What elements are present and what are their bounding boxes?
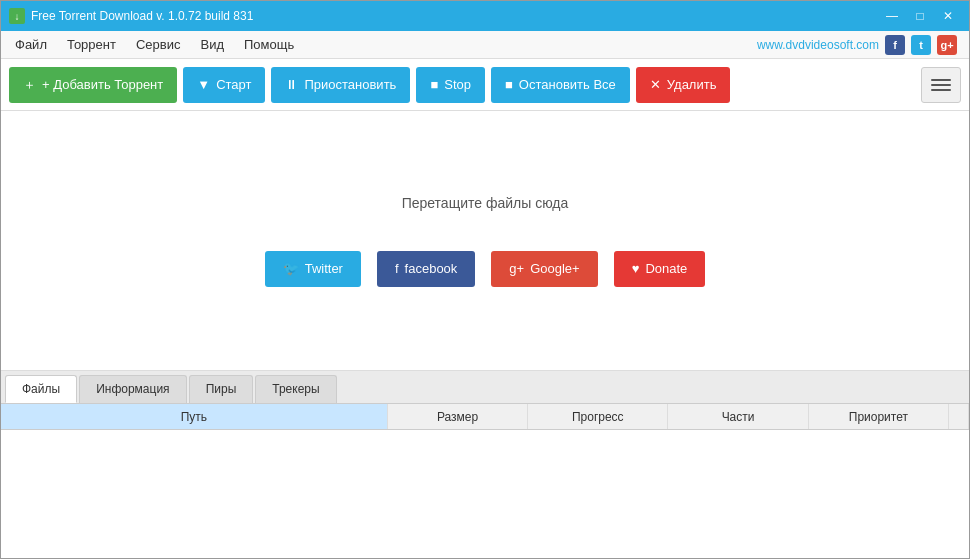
hamburger-line-3 xyxy=(931,89,951,91)
tab-info[interactable]: Информация xyxy=(79,375,186,403)
delete-label: Удалить xyxy=(667,77,717,92)
minimize-button[interactable]: — xyxy=(879,6,905,26)
donate-icon: ♥ xyxy=(632,261,640,276)
facebook-btn-icon: f xyxy=(395,261,399,276)
stop-all-icon: ■ xyxy=(505,77,513,92)
column-path: Путь xyxy=(1,404,388,429)
title-bar: ↓ Free Torrent Download v. 1.0.72 build … xyxy=(1,1,969,31)
delete-button[interactable]: ✕ Удалить xyxy=(636,67,731,103)
add-torrent-button[interactable]: ＋ + Добавить Торрент xyxy=(9,67,177,103)
drop-area: Перетащите файлы сюда 🐦 Twitter f facebo… xyxy=(225,155,746,327)
column-extra xyxy=(949,404,969,429)
pause-icon: ⏸ xyxy=(285,77,298,92)
social-buttons: 🐦 Twitter f facebook g+ Google+ ♥ Donate xyxy=(265,251,706,287)
hamburger-line-2 xyxy=(931,84,951,86)
tab-trackers[interactable]: Трекеры xyxy=(255,375,336,403)
hamburger-line-1 xyxy=(931,79,951,81)
tab-peers[interactable]: Пиры xyxy=(189,375,254,403)
column-size: Размер xyxy=(388,404,528,429)
menu-help[interactable]: Помощь xyxy=(234,33,304,56)
google-btn-label: Google+ xyxy=(530,261,580,276)
main-content: Перетащите файлы сюда 🐦 Twitter f facebo… xyxy=(1,111,969,370)
drop-text: Перетащите файлы сюда xyxy=(402,195,569,211)
column-parts: Части xyxy=(668,404,808,429)
bottom-panel: Файлы Информация Пиры Трекеры Путь Разме… xyxy=(1,370,969,559)
table-header: Путь Размер Прогресс Части Приоритет xyxy=(1,404,969,430)
pause-label: Приостановить xyxy=(304,77,396,92)
facebook-icon[interactable]: f xyxy=(885,35,905,55)
stop-icon: ■ xyxy=(430,77,438,92)
hamburger-menu-button[interactable] xyxy=(921,67,961,103)
maximize-button[interactable]: □ xyxy=(907,6,933,26)
app-icon: ↓ xyxy=(9,8,25,24)
menu-service[interactable]: Сервис xyxy=(126,33,191,56)
donate-button[interactable]: ♥ Donate xyxy=(614,251,706,287)
add-torrent-label: + Добавить Торрент xyxy=(42,77,163,92)
stop-label: Stop xyxy=(444,77,471,92)
twitter-btn-label: Twitter xyxy=(305,261,343,276)
start-button[interactable]: ▼ Старт xyxy=(183,67,265,103)
donate-label: Donate xyxy=(645,261,687,276)
column-progress: Прогресс xyxy=(528,404,668,429)
menu-view[interactable]: Вид xyxy=(190,33,234,56)
start-icon: ▼ xyxy=(197,77,210,92)
title-bar-controls: — □ ✕ xyxy=(879,6,961,26)
stop-all-label: Остановить Все xyxy=(519,77,616,92)
facebook-btn-label: facebook xyxy=(405,261,458,276)
dvd-link[interactable]: www.dvdvideosoft.com xyxy=(757,38,879,52)
title-bar-text: Free Torrent Download v. 1.0.72 build 83… xyxy=(31,9,879,23)
pause-button[interactable]: ⏸ Приостановить xyxy=(271,67,410,103)
twitter-btn-icon: 🐦 xyxy=(283,261,299,276)
menu-bar: Файл Торрент Сервис Вид Помощь www.dvdvi… xyxy=(1,31,969,59)
tab-files[interactable]: Файлы xyxy=(5,375,77,403)
menu-torrent[interactable]: Торрент xyxy=(57,33,126,56)
google-share-button[interactable]: g+ Google+ xyxy=(491,251,597,287)
close-button[interactable]: ✕ xyxy=(935,6,961,26)
start-label: Старт xyxy=(216,77,251,92)
menu-file[interactable]: Файл xyxy=(5,33,57,56)
google-btn-icon: g+ xyxy=(509,261,524,276)
menu-bar-right: www.dvdvideosoft.com f t g+ xyxy=(757,35,965,55)
tabs-container: Файлы Информация Пиры Трекеры xyxy=(1,371,969,404)
twitter-share-button[interactable]: 🐦 Twitter xyxy=(265,251,361,287)
stop-all-button[interactable]: ■ Остановить Все xyxy=(491,67,630,103)
toolbar: ＋ + Добавить Торрент ▼ Старт ⏸ Приостано… xyxy=(1,59,969,111)
add-icon: ＋ xyxy=(23,76,36,94)
stop-button[interactable]: ■ Stop xyxy=(416,67,485,103)
googleplus-icon[interactable]: g+ xyxy=(937,35,957,55)
delete-icon: ✕ xyxy=(650,77,661,92)
twitter-icon[interactable]: t xyxy=(911,35,931,55)
column-priority: Приоритет xyxy=(809,404,949,429)
facebook-share-button[interactable]: f facebook xyxy=(377,251,475,287)
table-container: Путь Размер Прогресс Части Приоритет xyxy=(1,404,969,559)
table-body xyxy=(1,430,969,559)
